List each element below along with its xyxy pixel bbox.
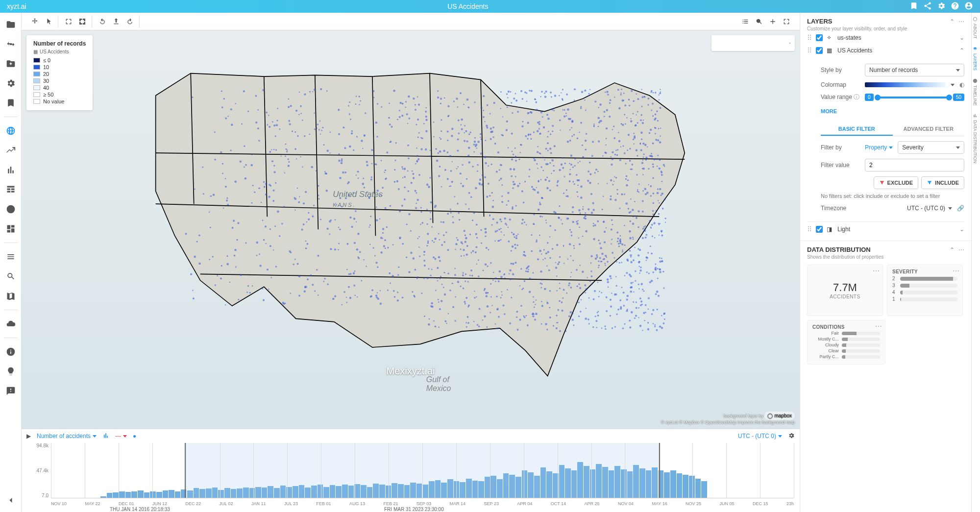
- colormap-dropdown-icon[interactable]: [951, 84, 955, 86]
- filter-type-dropdown[interactable]: Property: [865, 144, 893, 151]
- svg-point-1008: [263, 239, 265, 241]
- colormap-settings-icon[interactable]: ◐: [959, 81, 964, 88]
- globe-icon[interactable]: [4, 124, 18, 138]
- svg-point-1: [594, 224, 596, 226]
- style-by-select[interactable]: Number of records: [865, 64, 964, 76]
- account-icon[interactable]: [964, 1, 973, 12]
- edge-tab-distribution[interactable]: DATA DISTRIBUTION: [972, 109, 979, 167]
- dist-more-icon[interactable]: ⋯: [958, 246, 964, 253]
- pointer-tool-icon[interactable]: [42, 15, 55, 28]
- play-icon[interactable]: ▶: [26, 433, 31, 439]
- clock-icon[interactable]: [4, 202, 18, 216]
- svg-point-362: [634, 247, 636, 248]
- svg-point-453: [361, 280, 362, 282]
- gear-icon[interactable]: [937, 1, 946, 12]
- card-menu-icon[interactable]: ⋯: [875, 322, 882, 330]
- layer-us-states[interactable]: ⠿ ✧ us-states ⌄: [807, 31, 964, 44]
- svg-point-793: [220, 278, 222, 280]
- share-icon[interactable]: [923, 1, 932, 12]
- drag-handle-icon[interactable]: ⠿: [807, 226, 812, 233]
- lightbulb-icon[interactable]: [4, 365, 18, 378]
- exclude-button[interactable]: EXCLUDE: [874, 176, 919, 189]
- chevron-down-icon[interactable]: ⌄: [959, 34, 964, 41]
- value-slider[interactable]: [877, 97, 950, 98]
- trend-icon[interactable]: [4, 144, 18, 157]
- search-list-icon[interactable]: [4, 269, 18, 283]
- bookmark-icon[interactable]: [909, 1, 918, 12]
- svg-point-282: [533, 296, 534, 298]
- rotate-ccw-icon[interactable]: [96, 15, 109, 28]
- color-dropdown[interactable]: ---: [115, 433, 127, 439]
- timeline-settings-icon[interactable]: [788, 432, 795, 440]
- svg-point-1232: [474, 141, 476, 143]
- feedback-icon[interactable]: [4, 384, 18, 398]
- add-layer-icon[interactable]: [766, 15, 779, 28]
- geocode-search-icon[interactable]: [753, 15, 765, 28]
- layers-more-icon[interactable]: ⋯: [958, 18, 964, 25]
- rotate-cw-icon[interactable]: [123, 15, 136, 28]
- fullscreen-icon[interactable]: [780, 15, 793, 28]
- info-icon[interactable]: [4, 345, 18, 359]
- edge-tab-layers[interactable]: LAYERS: [972, 43, 979, 74]
- timeline-body[interactable]: 94.8k47.4k7.0 NOV 10MAY 22DEC 01JUN 12DE…: [22, 443, 800, 512]
- export-icon[interactable]: [110, 15, 122, 28]
- lasso-icon[interactable]: [76, 15, 89, 28]
- chevron-down-icon[interactable]: ⌄: [959, 226, 964, 233]
- collapse-dist-icon[interactable]: ⌃: [950, 246, 955, 253]
- value-min[interactable]: 0: [865, 94, 874, 101]
- legend-toggle-icon[interactable]: [739, 15, 752, 28]
- card-menu-icon[interactable]: ⋯: [953, 267, 959, 275]
- card-menu-icon[interactable]: ⋯: [873, 267, 880, 275]
- svg-point-763: [648, 273, 650, 274]
- help-icon[interactable]: [951, 1, 959, 12]
- filter-value-input[interactable]: [865, 159, 964, 171]
- map-icon[interactable]: [4, 289, 18, 303]
- collapse-icon[interactable]: [4, 493, 18, 507]
- pan-tool-icon[interactable]: [28, 15, 41, 28]
- layer-checkbox[interactable]: [816, 226, 823, 233]
- tab-basic-filter[interactable]: BASIC FILTER: [821, 123, 893, 136]
- table-icon[interactable]: [4, 183, 18, 196]
- drag-handle-icon[interactable]: ⠿: [807, 47, 812, 54]
- chevron-up-icon[interactable]: ⌃: [959, 47, 964, 54]
- metric-dropdown[interactable]: Number of accidents: [37, 433, 97, 439]
- mapbox-logo[interactable]: ◯ mapbox: [764, 412, 795, 420]
- include-button[interactable]: INCLUDE: [921, 176, 964, 189]
- edge-tab-about[interactable]: ABOUT: [972, 13, 979, 43]
- layer-checkbox[interactable]: [816, 47, 823, 54]
- tab-advanced-filter[interactable]: ADVANCED FILTER: [893, 123, 965, 136]
- config-gear-icon[interactable]: [4, 76, 18, 90]
- bar-chart-icon[interactable]: [4, 163, 18, 177]
- svg-point-576: [390, 205, 391, 207]
- bookmarks-icon[interactable]: [4, 96, 18, 110]
- bars-icon[interactable]: [102, 432, 109, 440]
- list-icon[interactable]: [4, 250, 18, 264]
- collapse-layers-icon[interactable]: ⌃: [950, 18, 955, 25]
- blue-dot-icon[interactable]: ●: [133, 433, 136, 439]
- edge-tab-timeline[interactable]: TIMELINE: [972, 74, 979, 110]
- map-canvas[interactable]: United States K A N S . Gulf ofMexico Me…: [22, 30, 800, 429]
- layer-checkbox[interactable]: [816, 34, 823, 41]
- drag-handle-icon[interactable]: ⠿: [807, 34, 812, 41]
- link-icon[interactable]: 🔗: [957, 205, 964, 212]
- box-select-icon[interactable]: [62, 15, 75, 28]
- more-link[interactable]: MORE: [821, 108, 837, 114]
- svg-point-14: [418, 246, 420, 248]
- map-search-input[interactable]: [715, 40, 789, 47]
- folder-icon[interactable]: [4, 18, 18, 31]
- swap-icon[interactable]: [4, 37, 18, 51]
- svg-point-564: [591, 275, 593, 277]
- add-folder-icon[interactable]: [4, 57, 18, 71]
- map-search[interactable]: [711, 35, 795, 51]
- dashboard-icon[interactable]: [4, 222, 18, 236]
- cloud-icon[interactable]: [4, 317, 18, 331]
- svg-point-265: [501, 291, 502, 292]
- search-icon[interactable]: [789, 39, 791, 47]
- value-max[interactable]: 50: [953, 94, 964, 101]
- layer-us-accidents[interactable]: ⠿ ▦ US Accidents ⌃: [807, 44, 964, 57]
- filter-property-select[interactable]: Severity: [898, 141, 964, 154]
- timezone-select[interactable]: UTC - (UTC 0): [907, 205, 952, 212]
- colormap-preview[interactable]: [865, 82, 946, 87]
- tz-dropdown[interactable]: UTC - (UTC 0): [738, 433, 782, 439]
- layer-light[interactable]: ⠿ ◨ Light ⌄: [807, 221, 964, 236]
